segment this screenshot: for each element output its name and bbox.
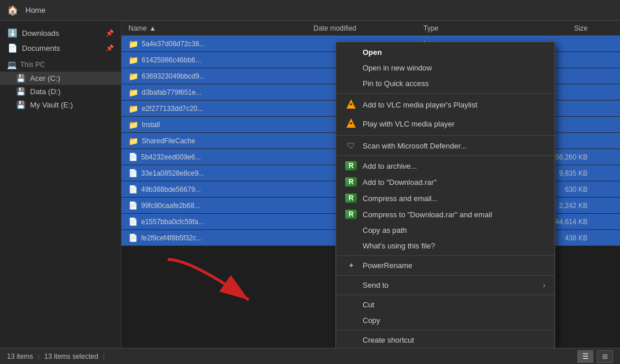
context-menu: Open Open in new window Pin to Quick acc… xyxy=(335,42,555,348)
home-label[interactable]: Home xyxy=(25,6,46,14)
drive-c-label: Acer (C:) xyxy=(30,74,60,83)
file-name: fe2f9cef4f8b5f32c... xyxy=(141,234,202,242)
col-type[interactable]: Type xyxy=(419,24,523,32)
view-btn-list[interactable]: ☰ xyxy=(577,350,593,363)
drive-c[interactable]: 💾 Acer (C:) xyxy=(0,72,121,85)
ctx-power-rename[interactable]: ✦ PowerRename xyxy=(336,258,555,273)
ctx-vlc-play-icon xyxy=(345,118,357,130)
sort-icon: ▲ xyxy=(149,24,156,32)
file-name: 5a4e37d08d72c38... xyxy=(142,40,205,48)
column-headers: Name ▲ Date modified Type Size xyxy=(121,21,620,36)
ctx-power-rename-label: PowerRename xyxy=(363,261,412,270)
file-icon: 📄 xyxy=(128,169,138,177)
ctx-add-archive-label: Add to archive... xyxy=(363,162,417,170)
ctx-power-rename-icon: ✦ xyxy=(345,261,357,270)
main-layout: ⬇️ Downloads 📌 📄 Documents 📌 💻 This PC 💾… xyxy=(0,21,620,348)
svg-rect-4 xyxy=(350,122,352,124)
ctx-whats-using[interactable]: What's using this file? xyxy=(336,238,555,254)
ctx-create-shortcut-label: Create shortcut xyxy=(363,336,414,344)
folder-icon: 📁 xyxy=(128,39,138,49)
selected-count: 13 items selected xyxy=(44,352,98,361)
ctx-copy[interactable]: Copy xyxy=(336,313,555,328)
ctx-vlc-play[interactable]: Play with VLC media player xyxy=(336,114,555,133)
col-size[interactable]: Size xyxy=(523,24,592,32)
ctx-compress-email-label: Compress and email... xyxy=(363,194,438,203)
folder-icon: 📁 xyxy=(128,136,138,146)
file-icon: 📄 xyxy=(128,153,138,161)
sidebar-documents-label: Documents xyxy=(22,44,60,53)
drive-d-label: Data (D:) xyxy=(30,87,61,96)
documents-icon: 📄 xyxy=(7,43,17,53)
drive-d[interactable]: 💾 Data (D:) xyxy=(0,85,121,98)
folder-icon: 📁 xyxy=(128,104,138,113)
file-name: e1557bba0cfc59fa... xyxy=(141,218,204,226)
file-area: Name ▲ Date modified Type Size 📁 5a4e37d… xyxy=(121,21,620,348)
ctx-sep1 xyxy=(336,93,555,94)
drive-e[interactable]: 💾 My Vault (E:) xyxy=(0,98,121,112)
file-icon: 📄 xyxy=(128,233,138,242)
ctx-copy-path[interactable]: Copy as path xyxy=(336,222,555,238)
folder-icon: 📁 xyxy=(128,88,138,97)
ctx-sep2 xyxy=(336,135,555,136)
file-name: Install xyxy=(142,121,160,129)
ctx-sep5 xyxy=(336,275,555,276)
ctx-add-download-rar[interactable]: R Add to "Download.rar" xyxy=(336,174,555,190)
ctx-add-archive[interactable]: R Add to archive... xyxy=(336,158,555,174)
this-pc-header: 💻 This PC xyxy=(0,55,121,72)
file-name: 61425986c46bb6... xyxy=(142,56,201,64)
ctx-compress-rar-email[interactable]: R Compress to "Download.rar" and email xyxy=(336,206,555,222)
col-date[interactable]: Date modified xyxy=(309,24,419,32)
ctx-vlc-playlist[interactable]: Add to VLC media player's Playlist xyxy=(336,95,555,114)
view-btn-grid[interactable]: ⊞ xyxy=(597,350,613,363)
ctx-send-to[interactable]: Send to › xyxy=(336,277,555,293)
svg-rect-2 xyxy=(350,103,352,105)
ctx-pin-label: Pin to Quick access xyxy=(363,79,429,88)
status-bar: 13 items | 13 items selected | ☰ ⊞ xyxy=(0,348,620,364)
drive-e-label: My Vault (E:) xyxy=(30,101,73,109)
sidebar-item-documents[interactable]: 📄 Documents 📌 xyxy=(0,40,121,55)
ctx-rar-icon2: R xyxy=(345,177,357,187)
pin-icon: 📌 xyxy=(106,29,114,37)
folder-icon: 📁 xyxy=(128,120,138,129)
header-bar: 🏠 Home xyxy=(0,0,620,21)
ctx-defender-icon: 🛡 xyxy=(345,141,357,150)
ctx-defender-label: Scan with Microsoft Defender... xyxy=(363,142,467,150)
ctx-create-shortcut[interactable]: Create shortcut xyxy=(336,332,555,348)
ctx-sep6 xyxy=(336,295,555,295)
file-name: d3bafab779f651e... xyxy=(142,88,201,96)
file-icon: 📄 xyxy=(128,185,138,194)
ctx-rar-icon3: R xyxy=(345,194,357,203)
folder-icon: 📁 xyxy=(128,72,138,81)
sidebar: ⬇️ Downloads 📌 📄 Documents 📌 💻 This PC 💾… xyxy=(0,21,121,348)
ctx-rar-icon1: R xyxy=(345,161,357,170)
ctx-compress-email[interactable]: R Compress and email... xyxy=(336,190,555,206)
drive-d-icon: 💾 xyxy=(16,87,25,96)
file-name: 5b4232eed009e6... xyxy=(141,153,201,161)
ctx-whats-using-label: What's using this file? xyxy=(363,242,435,250)
this-pc-label: This PC xyxy=(20,61,45,69)
ctx-send-to-label: Send to xyxy=(363,281,389,289)
ctx-pin-quick[interactable]: Pin to Quick access xyxy=(336,76,555,91)
ctx-sep7 xyxy=(336,330,555,330)
ctx-open-new-label: Open in new window xyxy=(363,64,432,72)
ctx-open-new-window[interactable]: Open in new window xyxy=(336,60,555,76)
ctx-defender[interactable]: 🛡 Scan with Microsoft Defender... xyxy=(336,138,555,154)
folder-icon: 📁 xyxy=(128,55,138,65)
ctx-open[interactable]: Open xyxy=(336,44,555,60)
drive-c-icon: 💾 xyxy=(16,74,25,83)
ctx-cut[interactable]: Cut xyxy=(336,297,555,313)
arrow-overlay xyxy=(156,254,272,313)
sidebar-item-downloads[interactable]: ⬇️ Downloads 📌 xyxy=(0,25,121,40)
ctx-cut-label: Cut xyxy=(363,300,374,309)
home-icon: 🏠 xyxy=(7,5,19,16)
col-name[interactable]: Name ▲ xyxy=(124,24,309,32)
file-name: 6369323049bbcd9... xyxy=(142,72,205,80)
ctx-rar-icon4: R xyxy=(345,210,357,219)
pc-icon: 💻 xyxy=(7,60,17,69)
drive-e-icon: 💾 xyxy=(16,101,25,109)
file-icon: 📄 xyxy=(128,217,138,226)
status-right: ☰ ⊞ xyxy=(577,350,613,363)
file-icon: 📄 xyxy=(128,201,138,210)
downloads-icon: ⬇️ xyxy=(7,28,17,38)
ctx-copy-path-label: Copy as path xyxy=(363,226,407,235)
